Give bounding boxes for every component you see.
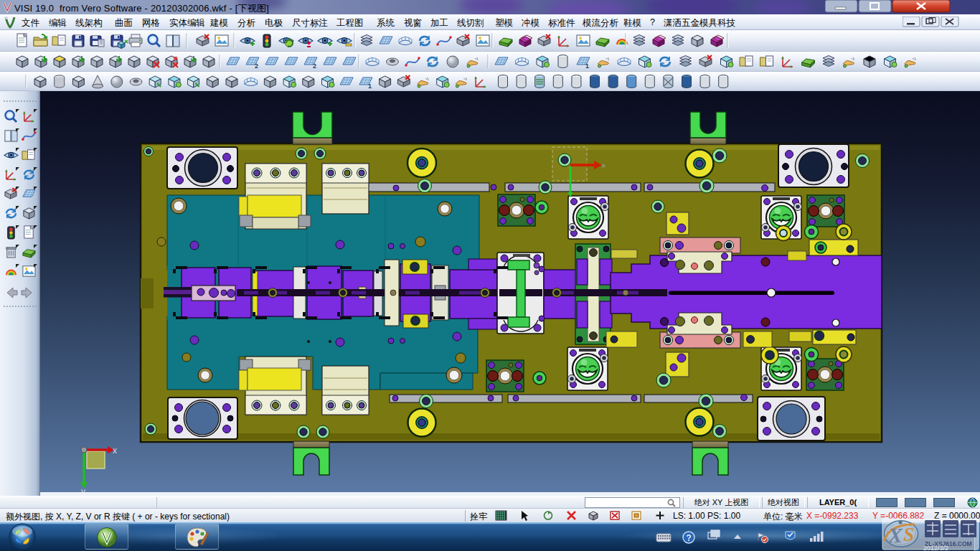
svg-text:x: x <box>113 446 117 456</box>
svg-text:X: X <box>887 523 903 547</box>
svg-text:2: 2 <box>255 62 258 70</box>
svg-text:?: ? <box>687 533 692 543</box>
svg-text:2012/3/2: 2012/3/2 <box>923 545 948 551</box>
svg-text:2: 2 <box>313 62 316 70</box>
svg-text:×: × <box>601 161 606 170</box>
svg-text:R: R <box>174 55 178 62</box>
svg-text:1: 1 <box>585 62 589 70</box>
svg-text:1: 1 <box>368 83 372 90</box>
svg-text:S: S <box>903 524 914 545</box>
